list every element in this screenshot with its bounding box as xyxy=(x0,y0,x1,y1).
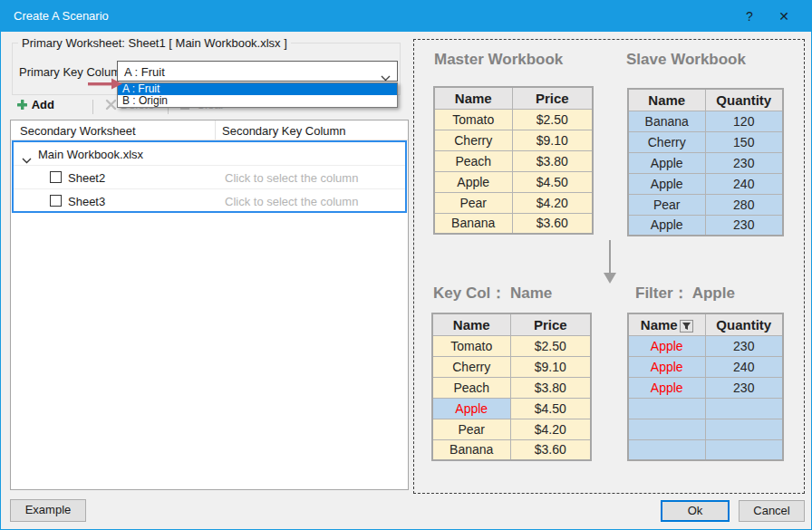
cell: Cherry xyxy=(628,131,705,152)
title-bar: Create A Scenario ? ✕ xyxy=(1,1,811,32)
filter-col-name-label: Name xyxy=(641,317,678,332)
slave-col-quantity: Quantity xyxy=(705,89,783,111)
table-row: Cherry$9.10 xyxy=(434,130,593,150)
cell: 230 xyxy=(705,152,783,173)
toolbar-separator xyxy=(92,100,93,114)
key-col-title: Key Col： Name xyxy=(433,283,552,304)
tree-row-sheet2[interactable]: Sheet2 Click to select the column xyxy=(14,166,405,189)
sheet2-key-column-cell[interactable]: Click to select the column xyxy=(225,171,358,185)
table-row xyxy=(628,419,783,439)
filter-col-quantity: Quantity xyxy=(705,313,783,335)
table-row: Pear280 xyxy=(628,194,783,215)
cell: Tomato xyxy=(434,109,512,130)
cell: 150 xyxy=(705,131,783,152)
secondary-worksheet-list: Secondary Worksheet Secondary Key Column… xyxy=(10,120,409,490)
sheet2-label: Sheet2 xyxy=(68,171,105,185)
slave-workbook-title: Slave Workbook xyxy=(626,51,746,69)
cell: Apple xyxy=(434,171,512,192)
keycol-col-name: Name xyxy=(432,313,510,335)
dropdown-option-origin[interactable]: B : Origin xyxy=(118,95,397,107)
flow-down-arrow-icon xyxy=(603,240,617,287)
cell: Cherry xyxy=(434,130,512,150)
example-button[interactable]: Example xyxy=(10,499,86,522)
cell: Peach xyxy=(432,377,510,398)
cell: 230 xyxy=(705,335,783,356)
selected-group-outline: Main Workbook.xlsx Sheet2 Click to selec… xyxy=(12,140,407,213)
cell: 120 xyxy=(705,111,783,131)
sheet3-label: Sheet3 xyxy=(68,195,105,208)
workbook-name: Main Workbook.xlsx xyxy=(38,148,143,161)
header-divider xyxy=(215,120,216,140)
tree-row-workbook[interactable]: Main Workbook.xlsx xyxy=(14,142,405,166)
help-button[interactable]: ? xyxy=(733,1,766,32)
table-row: Peach$3.80 xyxy=(434,150,593,171)
groupbox-label: Primary Worksheet: Sheet1 [ Main Workboo… xyxy=(18,36,291,50)
cell: $3.80 xyxy=(510,377,591,398)
primary-key-column-combobox[interactable]: A : Fruit xyxy=(117,61,398,82)
cell: Tomato xyxy=(432,335,510,356)
cell: Apple xyxy=(628,215,705,236)
list-header: Secondary Worksheet Secondary Key Column xyxy=(11,120,408,140)
keycol-col-price: Price xyxy=(510,313,591,335)
slave-workbook-table: Name Quantity Banana120 Cherry150 Apple2… xyxy=(627,88,784,236)
cell xyxy=(705,398,783,419)
cell: Pear xyxy=(628,194,705,215)
cell: $4.50 xyxy=(510,398,591,419)
master-col-name: Name xyxy=(434,87,512,109)
cell xyxy=(628,419,705,439)
key-col-table: Name Price Tomato$2.50 Cherry$9.10 Peach… xyxy=(431,313,592,461)
table-row: Peach$3.80 xyxy=(432,377,591,398)
tree-row-sheet3[interactable]: Sheet3 Click to select the column xyxy=(14,189,405,213)
cell: $2.50 xyxy=(510,335,591,356)
cell: Apple xyxy=(628,356,705,377)
master-workbook-table: Name Price Tomato$2.50 Cherry$9.10 Peach… xyxy=(433,86,594,235)
cell xyxy=(705,419,783,439)
table-row: Apple230 xyxy=(628,377,783,398)
filter-col-name: Name xyxy=(628,313,705,335)
table-row: Tomato$2.50 xyxy=(434,109,593,130)
table-row: Cherry$9.10 xyxy=(432,356,591,377)
cell: Pear xyxy=(434,192,512,213)
sheet2-checkbox[interactable] xyxy=(50,171,62,183)
table-row: Apple$4.50 xyxy=(432,398,591,419)
cell: $2.50 xyxy=(512,109,593,130)
cell: 230 xyxy=(705,215,783,236)
add-button-label: Add xyxy=(32,98,54,111)
cell: $9.10 xyxy=(512,130,593,150)
combobox-dropdown-list: A : Fruit B : Origin xyxy=(117,82,398,108)
cell: $4.20 xyxy=(512,192,593,213)
cell: Apple xyxy=(628,152,705,173)
cell: Apple xyxy=(628,173,705,194)
cell: 240 xyxy=(705,173,783,194)
cell: $4.50 xyxy=(512,171,593,192)
ok-button[interactable]: Ok xyxy=(661,500,730,522)
cell: 240 xyxy=(705,356,783,377)
cell: Peach xyxy=(434,150,512,171)
sheet3-checkbox[interactable] xyxy=(50,195,62,207)
table-row: Apple$4.50 xyxy=(434,171,593,192)
cell xyxy=(628,398,705,419)
cell: 230 xyxy=(705,377,783,398)
table-row: Pear$4.20 xyxy=(434,192,593,213)
cell: Cherry xyxy=(432,356,510,377)
table-row: Apple230 xyxy=(628,152,783,173)
filter-result-table: Name Quantity Apple230 Apple240 Apple230 xyxy=(627,313,784,461)
header-secondary-worksheet: Secondary Worksheet xyxy=(20,124,136,138)
cell: Pear xyxy=(432,419,510,439)
plus-icon xyxy=(16,100,32,113)
add-button[interactable]: Add xyxy=(16,98,54,116)
cancel-button[interactable]: Cancel xyxy=(739,500,805,522)
table-row: Banana$3.60 xyxy=(434,213,593,234)
table-row: Banana$3.60 xyxy=(432,439,591,460)
close-button[interactable]: ✕ xyxy=(768,1,800,32)
table-row: Pear$4.20 xyxy=(432,419,591,439)
sheet3-key-column-cell[interactable]: Click to select the column xyxy=(225,195,358,208)
cell: Banana xyxy=(434,213,512,234)
filter-title: Filter： Apple xyxy=(635,283,735,304)
annotation-arrow-icon xyxy=(88,77,122,93)
cell: $3.80 xyxy=(512,150,593,171)
create-scenario-dialog: Create A Scenario ? ✕ Primary Worksheet:… xyxy=(0,0,812,530)
table-row: Banana120 xyxy=(628,111,783,131)
table-row: Apple240 xyxy=(628,356,783,377)
cell xyxy=(628,439,705,460)
